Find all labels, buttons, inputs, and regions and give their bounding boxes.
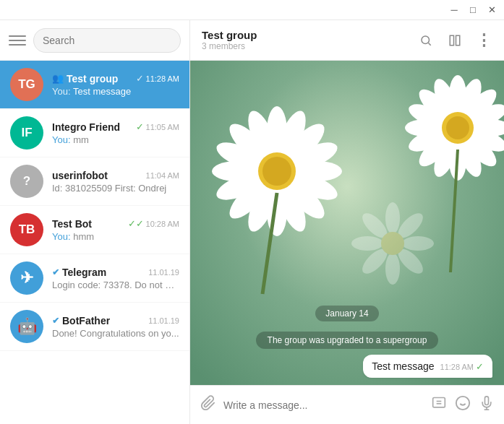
check-icon: ✓ bbox=[136, 121, 144, 132]
svg-point-22 bbox=[262, 157, 291, 186]
svg-point-55 bbox=[456, 397, 469, 410]
chat-top-userinfobot: userinfobot 11:04 AM bbox=[52, 170, 179, 181]
search-icon-header[interactable] bbox=[417, 32, 435, 49]
system-message: The group was upgraded to a supergroup bbox=[256, 332, 439, 349]
avatar-test-bot: TB bbox=[10, 213, 43, 246]
preview-sender: You: bbox=[52, 86, 71, 97]
chat-time-test-bot: ✓✓10:28 AM bbox=[128, 218, 179, 229]
chat-top-test-bot: Test Bot ✓✓10:28 AM bbox=[52, 218, 179, 230]
avatar-botfather: 🤖 bbox=[10, 310, 43, 343]
message-check-icon: ✓ bbox=[476, 361, 484, 372]
mic-icon[interactable] bbox=[479, 395, 494, 415]
chat-info-userinfobot: userinfobot 11:04 AM Id: 381025509 First… bbox=[52, 170, 179, 194]
chat-time-integro-friend: ✓11:05 AM bbox=[136, 121, 179, 132]
app-body: TG 👥Test group ✓11:28 AM You: Test messa… bbox=[0, 20, 504, 424]
chat-header: Test group 3 members ⋮ bbox=[190, 20, 504, 61]
commands-icon[interactable] bbox=[432, 396, 446, 414]
chat-info-integro-friend: Integro Friend ✓11:05 AM You: mm bbox=[52, 121, 179, 145]
search-input[interactable] bbox=[33, 28, 181, 53]
svg-point-0 bbox=[422, 36, 430, 44]
chat-input-bar bbox=[190, 385, 504, 424]
message-text: Test message bbox=[372, 360, 434, 372]
svg-point-47 bbox=[385, 253, 400, 285]
header-icons: ⋮ bbox=[417, 32, 492, 49]
chat-top-telegram: ✔Telegram 11.01.19 bbox=[52, 267, 179, 278]
menu-button[interactable] bbox=[9, 32, 26, 49]
input-right-icons bbox=[432, 395, 494, 415]
chat-name-integro-friend: Integro Friend bbox=[52, 121, 120, 133]
svg-point-45 bbox=[402, 236, 434, 251]
message-input[interactable] bbox=[223, 399, 424, 411]
titlebar: ─ □ ✕ bbox=[0, 0, 504, 20]
svg-point-49 bbox=[351, 236, 383, 251]
chat-info-telegram: ✔Telegram 11.01.19 Login code: 73378. Do… bbox=[52, 267, 179, 290]
emoji-icon[interactable] bbox=[455, 395, 471, 415]
double-check-icon: ✓✓ bbox=[128, 218, 144, 229]
date-badge: January 14 bbox=[315, 306, 378, 321]
message-time: 11:28 AM bbox=[440, 363, 474, 371]
chat-info-test-bot: Test Bot ✓✓10:28 AM You: hmm bbox=[52, 218, 179, 242]
chat-top-integro-friend: Integro Friend ✓11:05 AM bbox=[52, 121, 179, 133]
chat-top-botfather: ✔BotFather 11.01.19 bbox=[52, 315, 179, 326]
chat-item-test-bot[interactable]: TB Test Bot ✓✓10:28 AM You: hmm bbox=[0, 206, 189, 254]
chat-top-test-group: 👥Test group ✓11:28 AM bbox=[52, 73, 179, 85]
verified-icon: ✔ bbox=[52, 267, 59, 277]
avatar-telegram: ✈ bbox=[10, 261, 43, 295]
chat-time-test-group: ✓11:28 AM bbox=[136, 73, 179, 84]
group-icon: 👥 bbox=[52, 73, 64, 84]
svg-rect-3 bbox=[456, 35, 460, 46]
close-button[interactable]: ✕ bbox=[482, 1, 501, 20]
verified-icon: ✔ bbox=[52, 316, 59, 326]
preview-sender: You: bbox=[52, 231, 71, 242]
svg-rect-2 bbox=[450, 35, 453, 46]
preview-sender: You: bbox=[52, 134, 71, 145]
chat-preview-test-bot: You: hmm bbox=[52, 231, 179, 242]
chat-header-sub: 3 members bbox=[202, 41, 410, 51]
chat-header-info: Test group 3 members bbox=[202, 29, 410, 51]
check-icon: ✓ bbox=[136, 73, 144, 84]
chat-item-telegram[interactable]: ✈ ✔Telegram 11.01.19 Login code: 73378. … bbox=[0, 254, 189, 303]
left-panel: TG 👥Test group ✓11:28 AM You: Test messa… bbox=[0, 20, 190, 424]
chat-item-botfather[interactable]: 🤖 ✔BotFather 11.01.19 Done! Congratulati… bbox=[0, 303, 189, 351]
svg-point-43 bbox=[385, 202, 400, 234]
search-wrap bbox=[33, 28, 181, 53]
chat-info-botfather: ✔BotFather 11.01.19 Done! Congratulation… bbox=[52, 315, 179, 339]
avatar-integro-friend: IF bbox=[10, 116, 43, 150]
chat-list: TG 👥Test group ✓11:28 AM You: Test messa… bbox=[0, 61, 189, 424]
minimize-button[interactable]: ─ bbox=[445, 1, 464, 20]
chat-name-telegram: ✔Telegram bbox=[52, 267, 106, 278]
message-bubble: Test message 11:28 AM ✓ bbox=[363, 355, 492, 378]
more-options-icon[interactable]: ⋮ bbox=[475, 32, 492, 49]
chat-item-integro-friend[interactable]: IF Integro Friend ✓11:05 AM You: mm bbox=[0, 109, 189, 157]
chat-time-botfather: 11.01.19 bbox=[148, 316, 179, 325]
chat-info-test-group: 👥Test group ✓11:28 AM You: Test message bbox=[52, 73, 179, 97]
chat-preview-integro-friend: You: mm bbox=[52, 134, 179, 145]
svg-point-51 bbox=[381, 232, 404, 255]
chat-background: January 14 The group was upgraded to a s… bbox=[190, 61, 504, 385]
chat-preview-botfather: Done! Congratulations on yo... bbox=[52, 328, 179, 339]
maximize-button[interactable]: □ bbox=[464, 1, 482, 20]
svg-point-40 bbox=[446, 116, 469, 139]
chat-name-test-bot: Test Bot bbox=[52, 218, 92, 230]
avatar-userinfobot: ? bbox=[10, 165, 43, 198]
svg-rect-52 bbox=[433, 398, 445, 407]
chat-item-test-group[interactable]: TG 👥Test group ✓11:28 AM You: Test messa… bbox=[0, 61, 189, 109]
chat-time-userinfobot: 11:04 AM bbox=[146, 171, 179, 180]
right-panel: Test group 3 members ⋮ bbox=[190, 20, 504, 424]
columns-icon[interactable] bbox=[446, 32, 464, 49]
chat-name-test-group: 👥Test group bbox=[52, 73, 118, 85]
chat-preview-test-group: You: Test message bbox=[52, 86, 179, 97]
avatar-test-group: TG bbox=[10, 68, 43, 101]
chat-preview-userinfobot: Id: 381025509 First: Ondrej bbox=[52, 183, 179, 194]
chat-messages: January 14 The group was upgraded to a s… bbox=[190, 294, 504, 385]
chat-name-botfather: ✔BotFather bbox=[52, 315, 110, 326]
chat-preview-telegram: Login code: 73378. Do not giv... bbox=[52, 280, 179, 290]
message-meta: 11:28 AM ✓ bbox=[440, 361, 484, 372]
attach-icon[interactable] bbox=[200, 395, 216, 415]
chat-time-telegram: 11.01.19 bbox=[148, 268, 179, 277]
chat-item-userinfobot[interactable]: ? userinfobot 11:04 AM Id: 381025509 Fir… bbox=[0, 157, 189, 206]
left-header bbox=[0, 20, 189, 61]
chat-name-userinfobot: userinfobot bbox=[52, 170, 108, 181]
chat-header-name: Test group bbox=[202, 29, 410, 41]
svg-line-1 bbox=[428, 43, 430, 45]
